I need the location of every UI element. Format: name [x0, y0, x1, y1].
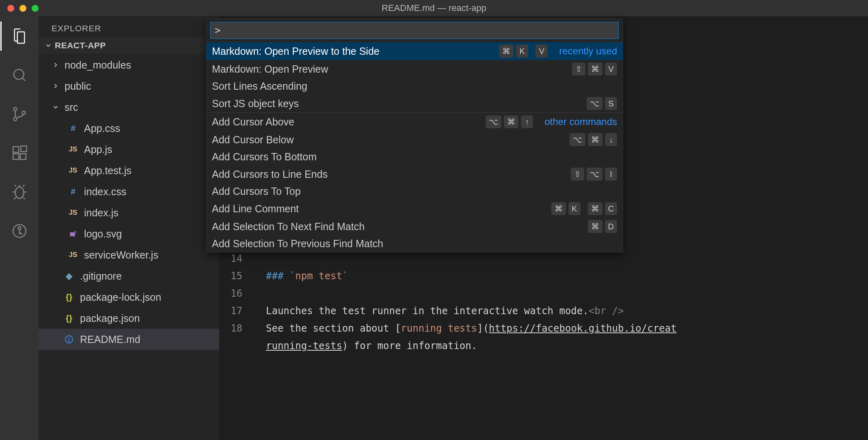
js-file-icon: JS: [67, 251, 79, 259]
folder-src[interactable]: src: [39, 97, 219, 118]
palette-item-label: Add Selection To Previous Find Match: [212, 238, 617, 250]
window-controls: [0, 5, 39, 12]
command-palette-list: Markdown: Open Preview to the Side ⌘K V …: [206, 42, 623, 252]
code-line: ### `npm test`: [266, 270, 348, 282]
file-package-json[interactable]: {} package.json: [39, 308, 219, 329]
js-file-icon: JS: [67, 145, 79, 153]
minimize-window-button[interactable]: [19, 5, 26, 12]
chevron-down-icon: [44, 42, 52, 49]
keyboard-shortcut: ⇧⌘V: [572, 63, 617, 75]
file-tree: node_modules public src # App.css JS App…: [39, 54, 219, 350]
close-window-button[interactable]: [7, 5, 14, 12]
chevron-right-icon: [52, 82, 60, 90]
extensions-activity-icon[interactable]: [10, 143, 29, 163]
keyboard-shortcut: ⇧⌥I: [571, 168, 617, 181]
source-control-activity-icon[interactable]: [10, 104, 29, 124]
palette-item-label: Sort JS object keys: [212, 98, 587, 110]
activity-bar: [0, 16, 39, 440]
svg-point-8: [15, 187, 24, 198]
palette-item-open-preview[interactable]: Markdown: Open Preview ⇧⌘V: [206, 60, 623, 78]
svg-rect-7: [21, 146, 26, 152]
group-label-other: other commands: [544, 116, 617, 127]
chevron-right-icon: [52, 61, 60, 69]
file-index-css[interactable]: # index.css: [39, 181, 219, 202]
svg-point-1: [13, 108, 17, 111]
svg-rect-5: [13, 154, 19, 160]
file-package-lock[interactable]: {} package-lock.json: [39, 287, 219, 308]
file-label: package.json: [80, 313, 140, 324]
code-line: Launches the test runner in the interact…: [266, 305, 624, 317]
titlebar: README.md — react-app: [0, 0, 868, 16]
palette-item-sort-asc[interactable]: Sort Lines Ascending: [206, 78, 623, 95]
svg-point-0: [14, 69, 24, 80]
folder-public[interactable]: public: [39, 75, 219, 97]
file-logo-svg[interactable]: logo.svg: [39, 223, 219, 244]
debug-activity-icon[interactable]: [10, 182, 29, 202]
explorer-sidebar: EXPLORER REACT-APP node_modules public s…: [39, 16, 219, 440]
palette-item-sel-next-match[interactable]: Add Selection To Next Find Match ⌘D: [206, 218, 623, 235]
line-number: 14: [219, 253, 254, 264]
palette-item-label: Add Cursor Below: [212, 134, 570, 146]
info-file-icon: [63, 335, 75, 344]
git-lens-activity-icon[interactable]: [10, 221, 29, 241]
file-label: App.test.js: [84, 165, 132, 177]
palette-item-label: Add Cursor Above: [212, 116, 486, 128]
palette-item-cursors-bottom[interactable]: Add Cursors To Bottom: [206, 149, 623, 165]
js-file-icon: JS: [67, 209, 79, 217]
line-number: 18: [219, 323, 254, 334]
keyboard-shortcut: ⌘K V: [499, 45, 548, 58]
svg-point-10: [18, 227, 21, 230]
palette-item-cursors-top[interactable]: Add Cursors To Top: [206, 183, 623, 200]
svg-point-2: [13, 117, 17, 121]
file-app-css[interactable]: # App.css: [39, 118, 219, 139]
json-file-icon: {}: [63, 313, 75, 323]
palette-item-label: Add Cursors to Line Ends: [212, 168, 571, 180]
file-app-js[interactable]: JS App.js: [39, 139, 219, 160]
file-label: README.md: [80, 334, 140, 345]
chevron-down-icon: [52, 104, 60, 111]
palette-item-cursor-below[interactable]: Add Cursor Below ⌥⌘↓: [206, 131, 623, 149]
palette-item-label: Add Selection To Next Find Match: [212, 221, 588, 233]
palette-item-cursor-above[interactable]: Add Cursor Above ⌥⌘↑ other commands: [206, 113, 623, 131]
search-activity-icon[interactable]: [10, 65, 29, 85]
palette-item-label: Add Cursors To Top: [212, 185, 617, 197]
file-label: App.js: [84, 144, 112, 155]
palette-item-line-comment[interactable]: Add Line Comment ⌘K ⌘C: [206, 200, 623, 218]
file-gitignore[interactable]: ◆ .gitignore: [39, 265, 219, 287]
json-file-icon: {}: [63, 292, 75, 302]
file-label: .gitignore: [80, 270, 122, 282]
explorer-activity-icon[interactable]: [10, 26, 29, 46]
palette-item-cursors-line-ends[interactable]: Add Cursors to Line Ends ⇧⌥I: [206, 165, 623, 183]
folder-node-modules[interactable]: node_modules: [39, 54, 219, 75]
keyboard-shortcut: ⌘K ⌘C: [551, 202, 617, 215]
palette-item-sel-prev-match[interactable]: Add Selection To Previous Find Match: [206, 235, 623, 252]
project-header[interactable]: REACT-APP: [39, 37, 219, 54]
group-label-recent: recently used: [559, 45, 617, 57]
file-index-js[interactable]: JS index.js: [39, 202, 219, 223]
file-readme[interactable]: README.md: [39, 329, 219, 350]
svg-file-icon: [67, 230, 79, 238]
file-app-test-js[interactable]: JS App.test.js: [39, 160, 219, 181]
css-file-icon: #: [67, 123, 79, 133]
command-palette-input[interactable]: [210, 22, 619, 39]
palette-item-sort-js-keys[interactable]: Sort JS object keys ⌥S: [206, 95, 623, 112]
explorer-title: EXPLORER: [39, 16, 219, 37]
svg-rect-6: [20, 154, 26, 160]
window-title: README.md — react-app: [0, 3, 868, 13]
file-service-worker[interactable]: JS serviceWorker.js: [39, 244, 219, 265]
code-line: running-tests) for more information.: [266, 340, 477, 352]
svg-rect-11: [70, 232, 76, 236]
file-label: index.css: [84, 186, 126, 198]
file-label: App.css: [84, 123, 120, 134]
project-name: REACT-APP: [55, 41, 106, 50]
file-label: index.js: [84, 207, 119, 219]
folder-label: public: [65, 80, 91, 92]
svg-rect-4: [13, 147, 19, 152]
maximize-window-button[interactable]: [32, 5, 39, 12]
line-number: 15: [219, 270, 254, 282]
keyboard-shortcut: ⌥S: [587, 97, 617, 110]
palette-item-label: Markdown: Open Preview: [212, 63, 572, 75]
command-palette: Markdown: Open Preview to the Side ⌘K V …: [206, 18, 623, 252]
palette-item-open-preview-side[interactable]: Markdown: Open Preview to the Side ⌘K V …: [206, 42, 623, 60]
palette-item-label: Markdown: Open Preview to the Side: [212, 45, 499, 57]
